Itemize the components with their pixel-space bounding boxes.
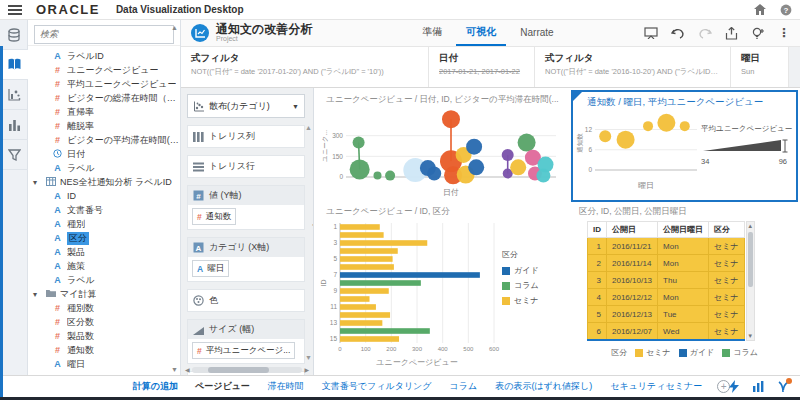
mode-tab[interactable]: 可視化 [456, 20, 506, 46]
settings-scroll-down-icon[interactable]: ▼ [305, 354, 312, 361]
tree-item[interactable]: #区分数 [28, 315, 180, 329]
text-attribute-icon: A [52, 192, 63, 201]
mode-tab[interactable]: Narrate [510, 20, 563, 46]
auto-insight-icon[interactable] [728, 379, 740, 397]
canvas-tab[interactable]: ページビュー [186, 376, 259, 397]
project-icon [191, 24, 209, 42]
grammar-row-color[interactable]: 色 [188, 290, 304, 311]
table-scrollbar[interactable]: ▲▼ [746, 221, 755, 341]
viz-bar-id[interactable]: ユニークページビュー / ID, 区分 01002003004005006001… [318, 202, 571, 373]
filter-chip[interactable]: 曜日 Sun [731, 47, 789, 87]
tree-item[interactable]: #ユニークページビュー [28, 63, 180, 77]
viz-bubble-weekday-selected[interactable]: 通知数 / 曜日, 平均ユニークページビュー 0612曜日通知数 平均ユニークペ… [571, 90, 798, 202]
svg-text:0: 0 [588, 166, 592, 173]
undo-icon[interactable] [671, 28, 685, 39]
canvas-tab[interactable]: 滞在時間 [259, 376, 313, 397]
settings-hscrollbar[interactable]: ◀ ▶ [185, 366, 309, 373]
table-row[interactable]: 62016/12/07Wedセミナ [588, 323, 745, 341]
hscroll-right-icon[interactable]: ▶ [304, 366, 309, 373]
tree-item[interactable]: 日付 [28, 147, 180, 161]
help-icon[interactable]: ? [780, 4, 792, 16]
hamburger-menu-icon[interactable] [8, 5, 22, 15]
tree-item[interactable]: A区分 [28, 231, 180, 245]
chart-controls-icon[interactable] [0, 110, 28, 140]
canvas-tab[interactable]: 文書番号でフィルタリング [313, 376, 441, 397]
viz-type-dropdown[interactable]: 散布(カテゴリ) ▼ [187, 94, 305, 118]
tree-item[interactable]: A種別 [28, 217, 180, 231]
tree-item[interactable]: #ビジターの総滞在時間（秒単... [28, 91, 180, 105]
insights-bulb-icon[interactable] [751, 27, 765, 40]
svg-text:150: 150 [332, 153, 343, 160]
svg-text:200: 200 [386, 346, 397, 352]
tree-item[interactable]: A曜日 [28, 357, 180, 371]
grammar-chip[interactable]: A曜日 [192, 260, 229, 277]
pivot-table[interactable]: ID公開日公開日曜日区分 12016/11/21Monセミナ22016/11/1… [587, 221, 745, 341]
tree-scroll-down-icon[interactable]: ▼ [171, 366, 178, 373]
add-calculation-link[interactable]: 計算の追加 [92, 376, 178, 397]
tree-item[interactable]: A施策 [28, 259, 180, 273]
grammar-row-trellis-rows[interactable]: トレリス行 [188, 156, 304, 177]
svg-text:400: 400 [438, 346, 449, 352]
table-row[interactable]: 52016/12/13Tueセミナ [588, 306, 745, 323]
left-icon-rail [0, 20, 28, 397]
tree-item[interactable]: #ビジターの平均滞在時間(秒) [28, 133, 180, 147]
tree-item[interactable]: ▾NES全社通知分析 ラベルID [28, 175, 180, 189]
caret-expanded-icon[interactable]: ▾ [33, 178, 41, 187]
analytics-icon[interactable] [0, 80, 28, 110]
home-icon[interactable] [754, 4, 766, 15]
grammar-chip[interactable]: #平均ユニークページ... [192, 342, 295, 359]
filter-chip[interactable]: 式フィルタ NOT(("日付" = date '2017-01-20') AND… [181, 47, 429, 87]
table-row[interactable]: 22016/11/14Monセミナ [588, 255, 745, 272]
mode-tabs: 準備可視化Narrate [412, 20, 563, 46]
filter-chip[interactable]: 式フィルタ NOT(("日付" = date '2016-10-20') AND… [535, 47, 731, 87]
tree-item[interactable]: #平均ユニークページビュー [28, 77, 180, 91]
tree-scroll-up-icon[interactable]: ▲ [171, 24, 178, 31]
tree-item[interactable]: AID [28, 189, 180, 203]
search-input[interactable] [34, 25, 174, 44]
viz-table-kubun[interactable]: 区分, ID, 公開日, 公開日曜日 ID公開日公開日曜日区分 12016/11… [571, 202, 798, 373]
svg-text:ユニーク...: ユニーク... [321, 130, 328, 162]
kebab-menu-icon[interactable]: ⋮ [778, 26, 790, 40]
canvas-tab[interactable]: コラム [441, 376, 487, 397]
svg-text:?: ? [784, 5, 789, 14]
tree-item[interactable]: #種別数 [28, 301, 180, 315]
tree-item[interactable]: AラベルID [28, 49, 180, 63]
table-row[interactable]: 32016/10/13Thuセミナ [588, 272, 745, 289]
mode-tab[interactable]: 準備 [412, 20, 452, 46]
visualize-icon[interactable] [0, 50, 28, 80]
canvas-tab[interactable]: 表の表示(はずれ値探し) [486, 376, 601, 397]
tree-item[interactable]: Aラベル [28, 161, 180, 175]
viz-bubble-date[interactable]: ユニークページビュー / 日付, ID, ビジターの平均滞在時間(... 015… [318, 90, 571, 202]
grammar-row-trellis-columns[interactable]: トレリス列 [188, 126, 304, 147]
tree-item[interactable]: ▾マイ計算 [28, 287, 180, 301]
tree-item[interactable]: #離脱率 [28, 119, 180, 133]
export-icon[interactable] [725, 27, 738, 40]
canvas-tab[interactable]: セキュリティセミナー [601, 376, 711, 397]
grammar-chip[interactable]: #通知数 [192, 208, 236, 225]
measure-icon: # [52, 122, 63, 131]
svg-text:100: 100 [361, 346, 372, 352]
oracle-logo: ORACLE [36, 2, 100, 17]
hscroll-left-icon[interactable]: ◀ [185, 366, 190, 373]
alerts-branch-icon[interactable] [777, 379, 790, 397]
settings-scroll-up-icon[interactable]: ▲ [305, 124, 312, 131]
table-row[interactable]: 42016/12/12Monセミナ [588, 289, 745, 306]
filter-chip[interactable]: 日付 2017-01-21, 2017-01-22 [429, 47, 535, 87]
data-sources-icon[interactable] [0, 20, 28, 50]
caret-expanded-icon[interactable]: ▾ [33, 290, 41, 299]
tree-item[interactable]: A製品 [28, 245, 180, 259]
svg-text:3: 3 [333, 239, 337, 246]
table-row[interactable]: 12016/11/21Monセミナ [588, 238, 745, 255]
tree-item[interactable]: #製品数 [28, 329, 180, 343]
chart-picker-icon[interactable] [752, 379, 765, 397]
svg-text:0: 0 [338, 346, 342, 352]
tree-item[interactable]: #通知数 [28, 343, 180, 357]
filter-icon[interactable] [0, 140, 28, 170]
scroll-down-icon: ▼ [747, 333, 753, 339]
tree-item[interactable]: A文書番号 [28, 203, 180, 217]
bottom-bar: 計算の追加 ページビュー滞在時間文書番号でフィルタリングコラム表の表示(はずれ値… [0, 375, 800, 397]
tree-item[interactable]: #直帰率 [28, 105, 180, 119]
main-area: 通知文の改善分析 Project 準備可視化Narrate [181, 20, 800, 375]
tree-item[interactable]: Aラベル [28, 273, 180, 287]
present-icon[interactable] [644, 27, 658, 39]
